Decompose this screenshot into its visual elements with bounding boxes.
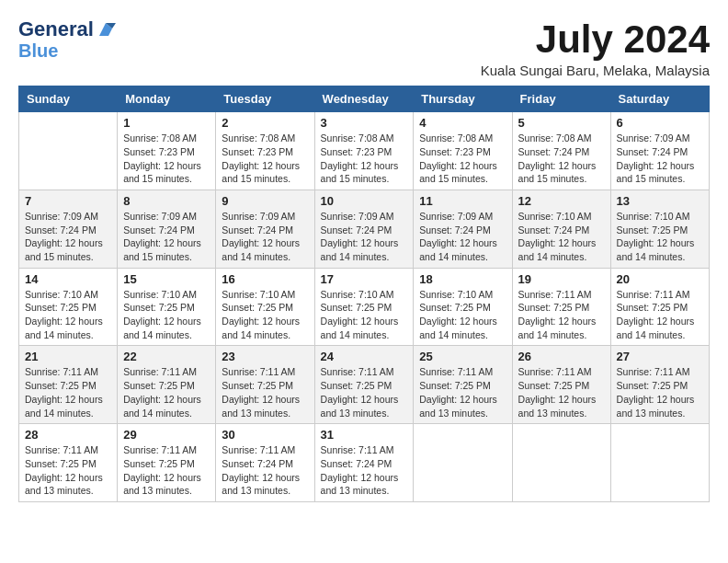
logo-text-blue: Blue [18,40,58,61]
calendar-cell: 6Sunrise: 7:09 AMSunset: 7:24 PMDaylight… [610,112,709,190]
calendar-table: SundayMondayTuesdayWednesdayThursdayFrid… [18,86,710,502]
day-number: 22 [123,350,210,363]
day-number: 16 [222,272,308,286]
calendar-cell: 22Sunrise: 7:11 AMSunset: 7:25 PMDayligh… [118,346,216,424]
logo: General Blue [18,18,116,61]
calendar-week-row: 14Sunrise: 7:10 AMSunset: 7:25 PMDayligh… [19,268,710,346]
day-info: Sunrise: 7:10 AMSunset: 7:25 PMDaylight:… [222,288,308,342]
day-info: Sunrise: 7:09 AMSunset: 7:24 PMDaylight:… [123,210,210,264]
day-number: 20 [617,272,703,286]
title-area: July 2024 Kuala Sungai Baru, Melaka, Mal… [481,18,710,78]
calendar-cell: 29Sunrise: 7:11 AMSunset: 7:25 PMDayligh… [118,424,216,502]
calendar-header-tuesday: Tuesday [216,86,314,112]
calendar-week-row: 1Sunrise: 7:08 AMSunset: 7:23 PMDaylight… [19,112,710,190]
calendar-cell: 7Sunrise: 7:09 AMSunset: 7:24 PMDaylight… [19,190,118,268]
day-number: 6 [617,116,703,130]
day-number: 3 [321,116,408,130]
calendar-cell: 5Sunrise: 7:08 AMSunset: 7:24 PMDaylight… [512,112,610,190]
day-number: 14 [25,272,111,286]
day-number: 7 [25,194,111,208]
calendar-header-sunday: Sunday [19,86,118,112]
calendar-week-row: 21Sunrise: 7:11 AMSunset: 7:25 PMDayligh… [19,346,710,424]
calendar-cell: 27Sunrise: 7:11 AMSunset: 7:25 PMDayligh… [610,346,709,424]
day-number: 25 [419,350,506,363]
day-number: 9 [222,194,308,208]
day-number: 17 [321,272,408,286]
calendar-week-row: 7Sunrise: 7:09 AMSunset: 7:24 PMDaylight… [19,190,710,268]
day-info: Sunrise: 7:11 AMSunset: 7:25 PMDaylight:… [617,288,703,342]
day-info: Sunrise: 7:08 AMSunset: 7:23 PMDaylight:… [123,132,210,186]
calendar-cell: 16Sunrise: 7:10 AMSunset: 7:25 PMDayligh… [216,268,314,346]
day-number: 26 [518,350,605,363]
day-number: 30 [222,428,308,442]
calendar-cell: 23Sunrise: 7:11 AMSunset: 7:25 PMDayligh… [216,346,314,424]
calendar-cell [610,424,709,502]
day-info: Sunrise: 7:11 AMSunset: 7:25 PMDaylight:… [25,443,111,498]
calendar-cell: 28Sunrise: 7:11 AMSunset: 7:25 PMDayligh… [19,424,118,502]
calendar-cell [414,424,512,502]
day-number: 28 [25,428,111,442]
day-number: 2 [222,116,308,130]
day-info: Sunrise: 7:10 AMSunset: 7:25 PMDaylight:… [123,288,210,342]
day-number: 31 [321,428,408,442]
day-number: 13 [617,194,703,208]
calendar-cell: 8Sunrise: 7:09 AMSunset: 7:24 PMDaylight… [118,190,216,268]
day-info: Sunrise: 7:11 AMSunset: 7:25 PMDaylight:… [123,365,210,419]
day-info: Sunrise: 7:11 AMSunset: 7:25 PMDaylight:… [222,365,308,419]
calendar-cell: 3Sunrise: 7:08 AMSunset: 7:23 PMDaylight… [314,112,414,190]
calendar-cell: 12Sunrise: 7:10 AMSunset: 7:24 PMDayligh… [512,190,610,268]
day-info: Sunrise: 7:09 AMSunset: 7:24 PMDaylight:… [222,210,308,264]
page-header: General Blue July 2024 Kuala Sungai Baru… [18,18,710,78]
day-info: Sunrise: 7:08 AMSunset: 7:23 PMDaylight:… [321,132,408,186]
logo-text-general: General [18,18,94,40]
calendar-header-wednesday: Wednesday [314,86,414,112]
location: Kuala Sungai Baru, Melaka, Malaysia [481,63,710,78]
calendar-cell: 15Sunrise: 7:10 AMSunset: 7:25 PMDayligh… [118,268,216,346]
day-info: Sunrise: 7:11 AMSunset: 7:24 PMDaylight:… [222,443,308,498]
day-number: 29 [123,428,210,442]
day-info: Sunrise: 7:08 AMSunset: 7:23 PMDaylight:… [222,132,308,186]
day-number: 19 [518,272,605,286]
month-title: July 2024 [481,18,710,61]
calendar-cell: 25Sunrise: 7:11 AMSunset: 7:25 PMDayligh… [414,346,512,424]
calendar-cell: 11Sunrise: 7:09 AMSunset: 7:24 PMDayligh… [414,190,512,268]
calendar-cell: 4Sunrise: 7:08 AMSunset: 7:23 PMDaylight… [414,112,512,190]
day-number: 24 [321,350,408,363]
day-number: 27 [617,350,703,363]
day-number: 21 [25,350,111,363]
day-number: 15 [123,272,210,286]
day-info: Sunrise: 7:11 AMSunset: 7:25 PMDaylight:… [518,365,605,419]
day-info: Sunrise: 7:11 AMSunset: 7:25 PMDaylight:… [321,365,408,419]
calendar-cell: 10Sunrise: 7:09 AMSunset: 7:24 PMDayligh… [314,190,414,268]
calendar-cell: 31Sunrise: 7:11 AMSunset: 7:24 PMDayligh… [314,424,414,502]
day-info: Sunrise: 7:11 AMSunset: 7:25 PMDaylight:… [518,288,605,342]
calendar-header-friday: Friday [512,86,610,112]
day-number: 10 [321,194,408,208]
day-info: Sunrise: 7:08 AMSunset: 7:24 PMDaylight:… [518,132,605,186]
calendar-cell: 24Sunrise: 7:11 AMSunset: 7:25 PMDayligh… [314,346,414,424]
logo-icon [96,19,116,40]
day-info: Sunrise: 7:11 AMSunset: 7:24 PMDaylight:… [321,443,408,498]
calendar-header-thursday: Thursday [414,86,512,112]
day-info: Sunrise: 7:11 AMSunset: 7:25 PMDaylight:… [123,443,210,498]
day-info: Sunrise: 7:10 AMSunset: 7:24 PMDaylight:… [518,210,605,264]
calendar-cell: 13Sunrise: 7:10 AMSunset: 7:25 PMDayligh… [610,190,709,268]
calendar-header-row: SundayMondayTuesdayWednesdayThursdayFrid… [19,86,710,112]
day-number: 11 [419,194,506,208]
day-info: Sunrise: 7:09 AMSunset: 7:24 PMDaylight:… [321,210,408,264]
calendar-cell: 9Sunrise: 7:09 AMSunset: 7:24 PMDaylight… [216,190,314,268]
day-info: Sunrise: 7:10 AMSunset: 7:25 PMDaylight:… [419,288,506,342]
calendar-cell [19,112,118,190]
calendar-cell: 18Sunrise: 7:10 AMSunset: 7:25 PMDayligh… [414,268,512,346]
day-number: 4 [419,116,506,130]
day-number: 23 [222,350,308,363]
day-number: 5 [518,116,605,130]
calendar-header-saturday: Saturday [610,86,709,112]
day-info: Sunrise: 7:11 AMSunset: 7:25 PMDaylight:… [419,365,506,419]
day-info: Sunrise: 7:09 AMSunset: 7:24 PMDaylight:… [617,132,703,186]
day-info: Sunrise: 7:09 AMSunset: 7:24 PMDaylight:… [25,210,111,264]
calendar-cell: 19Sunrise: 7:11 AMSunset: 7:25 PMDayligh… [512,268,610,346]
calendar-cell: 17Sunrise: 7:10 AMSunset: 7:25 PMDayligh… [314,268,414,346]
day-info: Sunrise: 7:11 AMSunset: 7:25 PMDaylight:… [617,365,703,419]
day-info: Sunrise: 7:10 AMSunset: 7:25 PMDaylight:… [617,210,703,264]
